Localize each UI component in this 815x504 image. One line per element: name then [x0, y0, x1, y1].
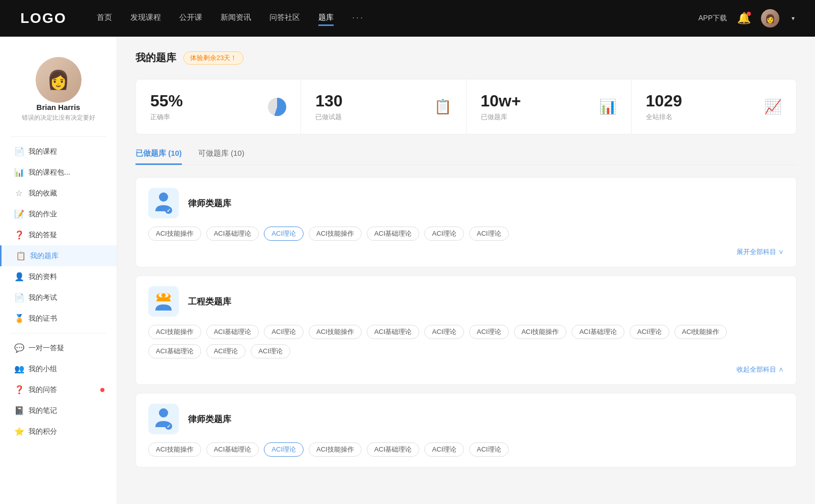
nav-qa[interactable]: 问答社区 [269, 11, 300, 26]
trial-badge: 体验剩余23天！ [183, 51, 243, 65]
tag[interactable]: ACI理论 [424, 227, 464, 241]
stat-accuracy: 55% 正确率 [136, 79, 301, 134]
sidebar-item-label: 我的资料 [29, 272, 57, 282]
stat-accuracy-left: 55% 正确率 [150, 92, 183, 122]
tag[interactable]: ACI基础理论 [572, 325, 624, 339]
sidebar-item-label: 我的小组 [29, 365, 57, 374]
sidebar-item-label: 我的答疑 [29, 231, 57, 240]
tag[interactable]: ACI理论 [206, 344, 246, 358]
sidebar-item-qa[interactable]: ❓ 我的答疑 [0, 225, 117, 245]
navbar-right: APP下载 🔔 👩 ▾ [698, 9, 795, 27]
nav-news[interactable]: 新闻资讯 [221, 11, 251, 26]
points-icon: ⭐ [14, 427, 23, 436]
tag[interactable]: ACI基础理论 [206, 325, 259, 339]
sidebar-item-group[interactable]: 👥 我的小组 [0, 358, 117, 379]
svg-text:✓: ✓ [167, 208, 171, 213]
tag[interactable]: ACI理论 [469, 325, 509, 339]
collapse-button[interactable]: 收起全部科目 ∧ [737, 366, 784, 373]
tag[interactable]: ACI理论 [469, 442, 509, 457]
engineer-icon [153, 290, 174, 313]
homework-icon: 📝 [14, 209, 23, 219]
stat-banks-left: 10w+ 已做题库 [481, 92, 521, 122]
stat-accuracy-value: 55% [150, 92, 183, 110]
tag[interactable]: ACI基础理论 [206, 442, 259, 457]
star-icon: ☆ [14, 188, 23, 198]
tag-active[interactable]: ACI理论 [264, 442, 304, 457]
expand-button[interactable]: 展开全部科目 ∨ [737, 248, 784, 256]
lawyer-icon-2: ✓ [153, 408, 174, 430]
bank-card-2-tags: ACI技能操作 ACI基础理论 ACI理论 ACI技能操作 ACI基础理论 AC… [148, 325, 784, 358]
sidebar-item-label: 我的考试 [29, 293, 57, 302]
sidebar-item-certificate[interactable]: 🏅 我的证书 [0, 308, 117, 329]
tag[interactable]: ACI理论 [630, 325, 669, 339]
main-layout: 👩 Brian Harris 错误的决定比没有决定要好 📄 我的课程 📊 我的课… [0, 37, 815, 504]
sidebar-item-profile[interactable]: 👤 我的资料 [0, 266, 117, 287]
sidebar-item-one-on-one[interactable]: 💬 一对一答疑 [0, 338, 117, 358]
stat-done-value: 130 [315, 92, 342, 110]
notification-bell[interactable]: 🔔 [737, 12, 751, 25]
sidebar-item-my-course[interactable]: 📄 我的课程 [0, 141, 117, 162]
avatar[interactable]: 👩 [761, 9, 779, 27]
sidebar-item-label: 我的问答 [29, 385, 57, 395]
tag[interactable]: ACI理论 [424, 325, 464, 339]
logo[interactable]: LOGO [20, 10, 66, 26]
tag[interactable]: ACI技能操作 [148, 442, 201, 457]
sidebar-item-points[interactable]: ⭐ 我的积分 [0, 421, 117, 442]
tag[interactable]: ACI技能操作 [514, 325, 567, 339]
tab-available-banks[interactable]: 可做题库 (10) [198, 149, 244, 165]
app-download-button[interactable]: APP下载 [698, 14, 727, 23]
nav-discover[interactable]: 发现课程 [130, 11, 161, 26]
course-icon: 📄 [14, 147, 23, 156]
stat-ranking-value: 1029 [646, 92, 682, 110]
tag[interactable]: ACI基础理论 [148, 344, 201, 358]
sidebar-item-notes[interactable]: 📓 我的笔记 [0, 400, 117, 421]
accuracy-pie-chart [268, 98, 286, 116]
tag[interactable]: ACI技能操作 [148, 227, 201, 241]
tag[interactable]: ACI理论 [264, 325, 304, 339]
nav-quiz[interactable]: 题库 [318, 11, 334, 26]
tag[interactable]: ACI技能操作 [148, 325, 201, 339]
tag-active[interactable]: ACI理论 [264, 227, 304, 241]
bank-card-2-header: 工程类题库 [148, 286, 784, 317]
sidebar-item-label: 我的课程 [29, 147, 57, 156]
one-on-one-icon: 💬 [14, 343, 23, 353]
sidebar-item-homework[interactable]: 📝 我的作业 [0, 204, 117, 225]
user-menu-chevron-icon[interactable]: ▾ [792, 15, 795, 22]
sidebar-item-course-package[interactable]: 📊 我的课程包... [0, 162, 117, 183]
nav-home[interactable]: 首页 [97, 11, 112, 26]
sidebar-profile: 👩 Brian Harris 错误的决定比没有决定要好 [0, 49, 117, 132]
bank-card-3: ✓ 律师类题库 ACI技能操作 ACI基础理论 ACI理论 ACI技能操作 AC… [135, 393, 797, 467]
tab-done-banks[interactable]: 已做题库 (10) [135, 149, 182, 165]
user-motto: 错误的决定比没有决定要好 [22, 114, 95, 122]
sidebar-item-my-qa[interactable]: ❓ 我的问答 [0, 379, 117, 400]
sidebar-item-label: 我的课程包... [29, 168, 70, 177]
sidebar-item-label: 我的作业 [29, 210, 57, 219]
tag[interactable]: ACI理论 [469, 227, 509, 241]
group-icon: 👥 [14, 364, 23, 374]
tag[interactable]: ACI技能操作 [309, 325, 362, 339]
sidebar-item-exam[interactable]: 📄 我的考试 [0, 287, 117, 308]
sidebar-item-quiz-bank[interactable]: 📋 我的题库 [0, 245, 117, 266]
nav-more[interactable]: ··· [352, 11, 365, 26]
doc-yellow-icon: 📊 [599, 98, 617, 115]
tag[interactable]: ACI理论 [251, 344, 290, 358]
tag[interactable]: ACI技能操作 [309, 227, 362, 241]
tag[interactable]: ACI基础理论 [367, 442, 420, 457]
tag[interactable]: ACI技能操作 [309, 442, 362, 457]
notification-dot [747, 12, 751, 16]
tag[interactable]: ACI基础理论 [206, 227, 259, 241]
navbar: LOGO 首页 发现课程 公开课 新闻资讯 问答社区 题库 ··· APP下载 … [0, 0, 815, 37]
sidebar-item-favorites[interactable]: ☆ 我的收藏 [0, 183, 117, 204]
chart-red-icon: 📈 [764, 98, 782, 115]
bank-card-2-title: 工程类题库 [188, 296, 231, 307]
stat-done-left: 130 已做试题 [315, 92, 342, 122]
page-header: 我的题库 体验剩余23天！ [135, 51, 797, 65]
tag[interactable]: ACI技能操作 [674, 325, 727, 339]
nav-open-course[interactable]: 公开课 [179, 11, 202, 26]
stat-accuracy-label: 正确率 [150, 113, 183, 122]
tag[interactable]: ACI基础理论 [367, 227, 420, 241]
tag[interactable]: ACI基础理论 [367, 325, 420, 339]
page-title: 我的题库 [135, 51, 176, 65]
tag[interactable]: ACI理论 [424, 442, 464, 457]
stat-done-banks: 10w+ 已做题库 📊 [467, 79, 632, 134]
